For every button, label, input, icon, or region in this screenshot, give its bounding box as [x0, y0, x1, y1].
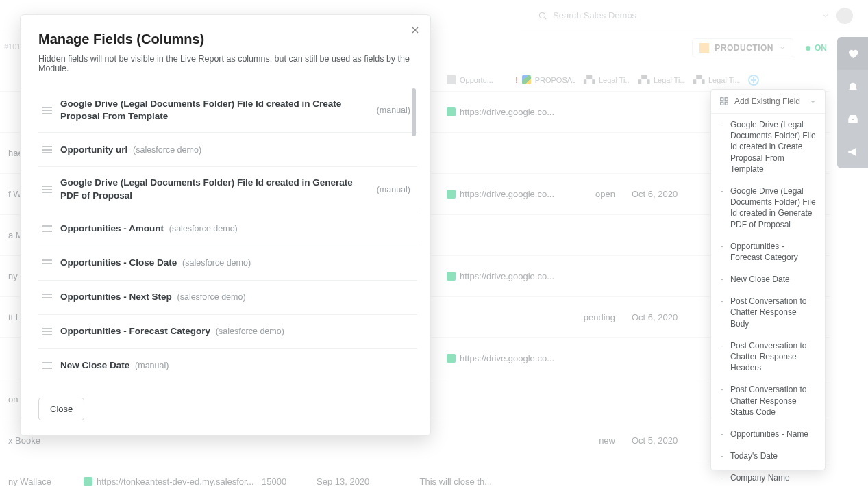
cell-date: Oct 6, 2020	[623, 189, 699, 199]
dropdown-item-label: Post Conversation to Chatter Response Bo…	[730, 296, 817, 329]
svg-rect-4	[721, 102, 723, 105]
search-placeholder: Search Sales Demos	[553, 10, 636, 21]
right-rail	[837, 37, 868, 168]
cell-status: open	[555, 189, 623, 199]
env-selector[interactable]: PRODUCTION	[692, 38, 793, 57]
field-row[interactable]: Google Drive (Legal Documents Folder) Fi…	[38, 167, 417, 212]
cell-amount: 15000	[253, 476, 308, 486]
zendesk-icon: ▞▚	[638, 75, 649, 84]
dropdown-item[interactable]: -Post Conversation to Chatter Response B…	[711, 290, 825, 335]
dropdown-item-label: Opportunities - Name	[730, 429, 808, 439]
svg-rect-3	[725, 98, 728, 101]
add-column-button[interactable]	[740, 75, 767, 86]
rail-heart-button[interactable]	[837, 37, 868, 70]
field-row[interactable]: Opportunities - Forecast Category (sales…	[38, 315, 417, 349]
close-button[interactable]: Close	[38, 398, 84, 420]
cell-date: Oct 6, 2020	[623, 312, 699, 322]
col-legal-1[interactable]: ▞▚Legal Ti...	[575, 75, 630, 84]
drag-handle-icon[interactable]	[42, 328, 52, 335]
field-row[interactable]: Google Drive (Legal Documents Folder) Fi…	[38, 88, 417, 133]
drag-handle-icon[interactable]	[42, 186, 52, 193]
drag-handle-icon[interactable]	[42, 146, 52, 153]
dropdown-item[interactable]: -Post Conversation to Chatter Response H…	[711, 335, 825, 379]
chevron-down-icon	[779, 44, 786, 51]
plus-icon	[748, 75, 759, 86]
dropdown-item[interactable]: -Google Drive (Legal Documents Folder) F…	[711, 114, 825, 180]
field-row[interactable]: Opportunity url (salesforce demo)	[38, 133, 417, 167]
field-row[interactable]: Opportunities - Close Date (salesforce d…	[38, 246, 417, 281]
alert-icon: !	[515, 76, 518, 84]
drag-handle-icon[interactable]	[42, 107, 52, 114]
dropdown-item-label: Post Conversation to Chatter Response He…	[730, 340, 817, 374]
dropdown-item-label: Company Name	[730, 472, 790, 483]
dash-icon: -	[721, 340, 723, 374]
cell-link[interactable]: https://drive.google.co...	[438, 189, 555, 199]
col-legal-3[interactable]: ▞▚Legal Ti...	[685, 75, 740, 84]
dropdown-header-label: Add Existing Field	[734, 97, 800, 106]
close-icon[interactable]	[410, 25, 421, 38]
field-source-label: (manual)	[377, 185, 413, 194]
field-row[interactable]: Opportunities - Next Step (salesforce de…	[38, 281, 417, 315]
svg-rect-5	[725, 102, 728, 105]
link-icon	[447, 354, 456, 363]
cell-name: ny Wallace	[0, 476, 75, 486]
module-on-toggle[interactable]: ON	[806, 43, 827, 53]
rail-megaphone-button[interactable]	[837, 136, 868, 168]
drag-handle-icon[interactable]	[42, 225, 52, 232]
dash-icon: -	[721, 429, 723, 439]
bell-icon	[847, 80, 859, 92]
search-icon	[538, 11, 547, 21]
page-tag: #101	[4, 42, 21, 51]
cell-status: new	[555, 435, 623, 446]
add-existing-field-dropdown: Add Existing Field -Google Drive (Legal …	[710, 89, 826, 470]
chevron-down-icon[interactable]	[821, 12, 830, 20]
field-label: Opportunity url (salesforce demo)	[60, 144, 413, 156]
rail-inbox-button[interactable]	[837, 103, 868, 136]
cell-name: x Booke	[0, 435, 75, 446]
dropdown-item-label: New Close Date	[730, 274, 790, 285]
modal-title: Manage Fields (Columns)	[38, 31, 412, 47]
field-row[interactable]: Opportunities - Amount (salesforce demo)	[38, 212, 417, 246]
dropdown-item[interactable]: -Google Drive (Legal Documents Folder) F…	[711, 180, 825, 235]
rail-bell-button[interactable]	[837, 70, 868, 103]
megaphone-icon	[847, 146, 859, 158]
table-row[interactable]: ny Wallacehttps://tonkeantest-dev-ed.my.…	[0, 461, 830, 486]
drag-handle-icon[interactable]	[42, 259, 52, 266]
col-oppo[interactable]: Opportu...	[438, 75, 507, 84]
dropdown-item-label: Google Drive (Legal Documents Folder) Fi…	[730, 186, 817, 230]
env-label: PRODUCTION	[715, 43, 773, 53]
cell-status: pending	[555, 312, 623, 322]
chevron-down-icon	[809, 98, 817, 105]
dropdown-item[interactable]: -Today's Date	[711, 445, 825, 467]
drag-handle-icon[interactable]	[42, 362, 52, 369]
dropdown-item[interactable]: -Post Conversation to Chatter Response S…	[711, 379, 825, 423]
dropdown-item[interactable]: -New Close Date	[711, 268, 825, 290]
cell-link[interactable]: https://drive.google.co...	[438, 107, 555, 117]
dash-icon: -	[721, 274, 723, 285]
global-search[interactable]: Search Sales Demos	[538, 10, 636, 21]
zendesk-icon: ▞▚	[693, 75, 704, 84]
svg-line-1	[545, 17, 547, 19]
dropdown-item[interactable]: -Company Name	[711, 467, 825, 486]
dropdown-header[interactable]: Add Existing Field	[711, 90, 825, 114]
cell-link[interactable]: https://tonkeantest-dev-ed.my.salesfor..…	[75, 476, 253, 486]
dash-icon: -	[721, 186, 723, 230]
scrollbar[interactable]	[412, 88, 416, 136]
env-bar: PRODUCTION ON	[692, 38, 827, 57]
col-proposal[interactable]: !PROPOSAL P...	[507, 75, 575, 84]
col-legal-2[interactable]: ▞▚Legal Ti...	[630, 75, 685, 84]
cell-link[interactable]: https://drive.google.co...	[438, 271, 555, 281]
avatar[interactable]	[836, 8, 853, 24]
dropdown-item[interactable]: -Opportunities - Name	[711, 423, 825, 445]
cell-link[interactable]: https://drive.google.co...	[438, 353, 555, 363]
dropdown-item-label: Post Conversation to Chatter Response St…	[730, 384, 817, 418]
grid-icon	[719, 97, 729, 106]
dropdown-item[interactable]: -Opportunities - Forecast Category	[711, 235, 825, 268]
dropdown-item-label: Opportunities - Forecast Category	[730, 241, 817, 263]
field-label: New Close Date (manual)	[60, 359, 413, 372]
on-label: ON	[815, 43, 827, 53]
field-row[interactable]: New Close Date (manual)	[38, 349, 417, 383]
modal-fields-list: Google Drive (Legal Documents Folder) Fi…	[38, 88, 418, 383]
dropdown-list: -Google Drive (Legal Documents Folder) F…	[711, 114, 825, 470]
drag-handle-icon[interactable]	[42, 294, 52, 300]
